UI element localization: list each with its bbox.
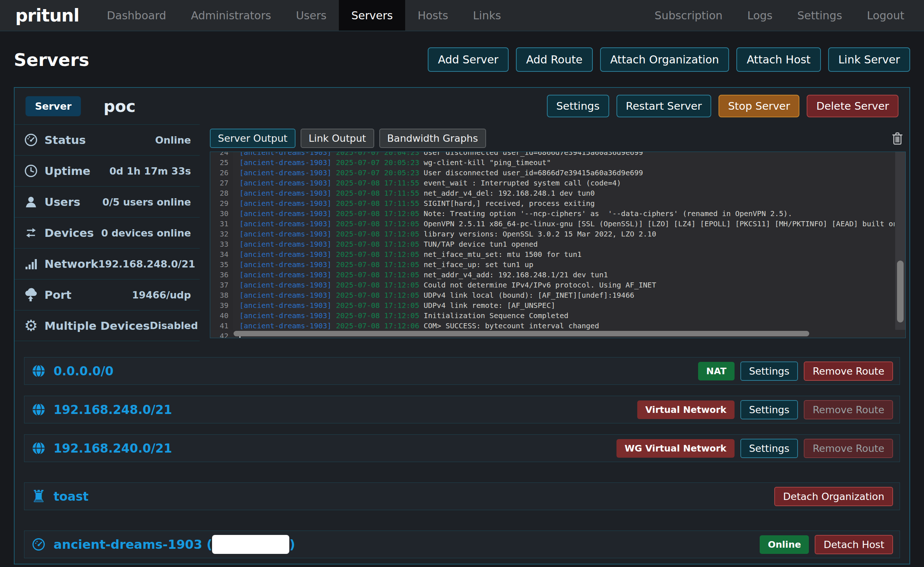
log-tag: [ancient-dreams-1903] [239, 199, 332, 208]
host-online-badge: Online [760, 535, 809, 554]
line-number: 37 [210, 280, 233, 290]
line-number: 42 [210, 331, 233, 338]
nav-right-items: SubscriptionLogsSettingsLogout [642, 0, 924, 31]
line-number: 40 [210, 310, 233, 321]
nav-item-logs[interactable]: Logs [735, 0, 785, 31]
line-number: 27 [210, 178, 233, 188]
console-line: 28[ancient-dreams-1903] 2025-07-08 17:11… [210, 188, 894, 198]
nav-item-users[interactable]: Users [284, 0, 339, 31]
console-line: 38[ancient-dreams-1903] 2025-07-08 17:12… [210, 290, 894, 300]
server-output-console: 24[ancient-dreams-1903] 2025-07-07 20:04… [210, 152, 906, 338]
detach-organization-button[interactable]: Detach Organization [774, 487, 893, 506]
tab-server-output[interactable]: Server Output [210, 129, 296, 148]
nav-item-subscription[interactable]: Subscription [642, 0, 735, 31]
log-timestamp: 2025-07-08 17:12:05 [336, 311, 419, 320]
line-number: 31 [210, 219, 233, 229]
attach-organization-button[interactable]: Attach Organization [600, 47, 729, 72]
route-settings-button[interactable]: Settings [740, 362, 798, 381]
redacted-host-address [212, 535, 289, 554]
log-tag: [ancient-dreams-1903] [239, 240, 332, 249]
log-tag: [ancient-dreams-1903] [239, 209, 332, 218]
info-label: Status [23, 133, 86, 147]
log-message: UDPv4 link local (bound): [AF_INET][unde… [424, 291, 634, 300]
log-message: Could not determine IPv4/IPv6 protocol. … [424, 280, 656, 290]
info-row-network: Network192.168.248.0/21 [15, 248, 200, 279]
clear-output-button[interactable] [891, 132, 904, 146]
console-line: 32[ancient-dreams-1903] 2025-07-08 17:12… [210, 229, 894, 239]
nav-item-links[interactable]: Links [460, 0, 513, 31]
output-tabs: Server OutputLink OutputBandwidth Graphs [210, 129, 486, 148]
add-server-button[interactable]: Add Server [428, 47, 508, 72]
stop-server-button[interactable]: Stop Server [718, 95, 800, 117]
route-cidr: 192.168.240.0/21 [54, 441, 172, 456]
nav-item-dashboard[interactable]: Dashboard [94, 0, 178, 31]
line-number: 29 [210, 198, 233, 208]
route-settings-button[interactable]: Settings [740, 400, 798, 419]
settings-button[interactable]: Settings [547, 95, 609, 117]
log-tag: [ancient-dreams-1903] [239, 301, 332, 310]
add-route-button[interactable]: Add Route [516, 47, 593, 72]
nav-items: DashboardAdministratorsUsersServersHosts… [94, 0, 513, 31]
log-message: User disconnected user_id=6866d7e39415a6… [424, 168, 643, 177]
attach-host-button[interactable]: Attach Host [736, 47, 820, 72]
page-header: Servers Add ServerAdd RouteAttach Organi… [0, 32, 924, 87]
virtual-network-badge: Virtual Network [637, 400, 735, 419]
line-text: [ancient-dreams-1903] 2025-07-08 17:12:0… [233, 300, 555, 310]
nav-item-servers[interactable]: Servers [339, 0, 405, 31]
app-logo[interactable]: pritunl [0, 0, 94, 31]
link-server-button[interactable]: Link Server [828, 47, 910, 72]
log-tag: [ancient-dreams-1903] [239, 311, 332, 320]
delete-server-button[interactable]: Delete Server [807, 95, 898, 117]
nav-item-hosts[interactable]: Hosts [405, 0, 460, 31]
rook-icon: ♜ [31, 488, 46, 505]
console-line: 41[ancient-dreams-1903] 2025-07-08 17:12… [210, 321, 894, 331]
log-tag: [ancient-dreams-1903] [239, 321, 332, 330]
line-text: [ancient-dreams-1903] 2025-07-08 17:11:5… [233, 188, 595, 198]
horizontal-scrollbar-thumb[interactable] [234, 331, 809, 336]
host-row: ancient-dreams-1903 ( ) Online Detach Ho… [24, 531, 900, 558]
line-text: [ancient-dreams-1903] 2025-07-08 17:11:5… [233, 198, 595, 208]
remove-route-button: Remove Route [804, 400, 893, 419]
restart-server-button[interactable]: Restart Server [616, 95, 712, 117]
info-label-text: Devices [45, 226, 94, 239]
console-horizontal-scrollbar[interactable] [233, 330, 894, 338]
log-message: library versions: OpenSSL 3.0.2 15 Mar 2… [424, 230, 656, 238]
tab-link-output[interactable]: Link Output [301, 129, 374, 148]
remove-route-button[interactable]: Remove Route [804, 362, 893, 381]
log-timestamp: 2025-07-07 20:05:23 [336, 168, 419, 177]
info-value: 192.168.248.0/21 [98, 258, 195, 270]
nav-item-administrators[interactable]: Administrators [178, 0, 284, 31]
log-tag: [ancient-dreams-1903] [239, 260, 332, 269]
vertical-scrollbar-thumb[interactable] [897, 261, 904, 323]
tab-bandwidth-graphs[interactable]: Bandwidth Graphs [379, 129, 486, 148]
nav-item-settings[interactable]: Settings [785, 0, 854, 31]
route-settings-button[interactable]: Settings [740, 439, 798, 458]
server-content: StatusOnlineUptime0d 1h 17m 33sUsers0/5 … [15, 124, 909, 341]
log-tag: [ancient-dreams-1903] [239, 230, 332, 238]
line-text: [ancient-dreams-1903] 2025-07-08 17:12:0… [233, 219, 894, 229]
line-number: 25 [210, 158, 233, 168]
info-label-text: Status [45, 134, 86, 147]
network-icon [23, 258, 39, 270]
log-timestamp: 2025-07-08 17:12:05 [336, 250, 419, 259]
info-label-text: Port [45, 288, 71, 302]
devices-icon [23, 226, 39, 239]
log-tag: [ancient-dreams-1903] [239, 168, 332, 177]
console-line: 34[ancient-dreams-1903] 2025-07-08 17:12… [210, 249, 894, 260]
log-timestamp: 2025-07-08 17:12:05 [336, 230, 419, 238]
organization-name: toast [54, 489, 88, 504]
server-panel-header: Server poc SettingsRestart ServerStop Se… [15, 88, 909, 124]
log-message: UDPv4 link remote: [AF_UNSPEC] [424, 301, 555, 310]
route-row: 0.0.0.0/0NATSettingsRemove Route [24, 357, 900, 385]
nat-badge[interactable]: NAT [698, 362, 734, 380]
console-line: 30[ancient-dreams-1903] 2025-07-08 17:12… [210, 208, 894, 219]
console-line: 37[ancient-dreams-1903] 2025-07-08 17:12… [210, 280, 894, 290]
detach-host-button[interactable]: Detach Host [815, 535, 893, 554]
nav-item-logout[interactable]: Logout [854, 0, 917, 31]
console-line: 35[ancient-dreams-1903] 2025-07-08 17:12… [210, 260, 894, 270]
console-vertical-scrollbar[interactable] [895, 152, 905, 330]
console-line: 24[ancient-dreams-1903] 2025-07-07 20:04… [210, 152, 894, 158]
info-label-text: Uptime [45, 164, 90, 177]
log-message: net_addr_v4_del: 192.168.248.1 dev tun0 [424, 189, 595, 198]
line-number: 24 [210, 152, 233, 158]
